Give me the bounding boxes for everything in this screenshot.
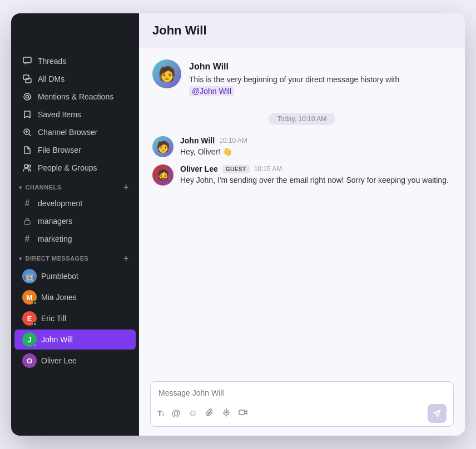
emoji-tool[interactable]: ☺ xyxy=(189,408,197,418)
message-input-box: Tᵢ @ ☺ xyxy=(150,381,454,427)
sidebar-item-saved[interactable]: Saved Items xyxy=(14,106,136,123)
text-format-tool[interactable]: Tᵢ xyxy=(157,409,164,418)
sidebar-item-channel-browser[interactable]: Channel Browser xyxy=(14,124,136,141)
lock-icon xyxy=(22,216,32,226)
message-row: 🧑 John Will 10:10 AM Hey, Oliver! 👋 xyxy=(152,136,452,158)
mentions-icon xyxy=(22,92,32,102)
svg-point-7 xyxy=(28,165,31,167)
chat-body: 🧑 John Will This is the very beginning o… xyxy=(139,48,465,375)
message-row-2: 🧔 Oliver Lee GUEST 10:15 AM Hey John, I'… xyxy=(152,164,452,186)
all-dms-icon xyxy=(22,74,32,84)
input-toolbar: Tᵢ @ ☺ xyxy=(151,401,453,426)
dm-eric-label: Eric Till xyxy=(41,314,66,323)
hash-icon-2: # xyxy=(22,234,32,244)
sidebar-item-file-browser[interactable]: File Browser xyxy=(14,142,136,158)
dm-eric-till[interactable]: E Eric Till xyxy=(14,308,136,328)
sidebar-channel-marketing[interactable]: # marketing xyxy=(14,231,136,247)
mention-tag[interactable]: @John Will xyxy=(189,86,234,96)
guest-badge: GUEST xyxy=(222,165,250,173)
msg-avatar-john: 🧑 xyxy=(152,136,173,157)
chat-header: John Will xyxy=(139,13,465,48)
msg-text-2: Hey John, I'm sending over the email rig… xyxy=(180,174,452,186)
msg-header-2: Oliver Lee GUEST 10:15 AM xyxy=(180,164,452,173)
mention-tool[interactable]: @ xyxy=(172,408,181,418)
svg-rect-9 xyxy=(239,410,245,415)
msg-header-1: John Will 10:10 AM xyxy=(180,136,452,145)
mentions-label: Mentions & Reactions xyxy=(38,92,113,101)
msg-sender-1: John Will xyxy=(180,136,215,145)
channel-browser-icon xyxy=(22,127,32,137)
saved-label: Saved Items xyxy=(38,110,81,119)
date-divider: Today, 10:10 AM xyxy=(152,113,452,125)
intro-text: John Will This is the very beginning of … xyxy=(189,59,399,97)
people-label: People & Groups xyxy=(38,163,97,172)
attachment-tool[interactable] xyxy=(205,408,214,419)
add-dm-button[interactable]: + xyxy=(121,253,131,263)
sidebar: Threads All DMs Mentions & Reactions xyxy=(11,13,139,436)
channel-browser-label: Channel Browser xyxy=(38,128,97,137)
dm-header-label: DIRECT MESSAGES xyxy=(26,255,89,262)
dm-section-header: ▾ DIRECT MESSAGES + xyxy=(11,248,139,266)
sidebar-item-threads[interactable]: Threads xyxy=(14,53,136,69)
svg-rect-8 xyxy=(24,221,30,225)
chat-title: John Will xyxy=(152,23,207,37)
sidebar-item-mentions[interactable]: Mentions & Reactions xyxy=(14,88,136,105)
sidebar-item-all-dms[interactable]: All DMs xyxy=(14,71,136,87)
dm-pumblebot[interactable]: 🤖 Pumblebot xyxy=(14,266,136,286)
msg-content-1: John Will 10:10 AM Hey, Oliver! 👋 xyxy=(180,136,452,158)
message-input[interactable] xyxy=(151,382,453,401)
channel-development-label: development xyxy=(38,199,82,208)
svg-point-4 xyxy=(26,96,29,98)
sidebar-channel-development[interactable]: # development xyxy=(14,195,136,212)
chat-intro: 🧑 John Will This is the very beginning o… xyxy=(152,59,452,97)
avatar-oliver: O xyxy=(22,353,37,368)
msg-time-2: 10:15 AM xyxy=(254,165,282,173)
avatar-large-john: 🧑 xyxy=(152,59,181,88)
send-button[interactable] xyxy=(428,404,447,423)
dm-john-label: John Will xyxy=(41,335,73,344)
video-tool[interactable] xyxy=(239,408,247,419)
intro-description: This is the very beginning of your direc… xyxy=(189,74,399,97)
main-content: John Will 🧑 John Will This is the very b… xyxy=(139,13,465,436)
saved-icon xyxy=(22,109,32,119)
channels-section-header: ▾ CHANNELS + xyxy=(11,177,139,194)
sidebar-item-people[interactable]: People & Groups xyxy=(14,159,136,176)
people-icon xyxy=(22,163,32,173)
add-channel-button[interactable]: + xyxy=(121,182,131,192)
dm-oliver-lee[interactable]: O Oliver Lee xyxy=(14,351,136,371)
intro-name: John Will xyxy=(189,62,399,72)
dm-chevron-icon[interactable]: ▾ xyxy=(19,256,22,262)
channel-managers-label: managers xyxy=(38,217,72,226)
svg-rect-0 xyxy=(23,57,31,63)
msg-avatar-oliver: 🧔 xyxy=(152,164,173,186)
app-container: Threads All DMs Mentions & Reactions xyxy=(11,13,465,436)
file-browser-label: File Browser xyxy=(38,146,81,154)
channel-marketing-label: marketing xyxy=(38,235,72,243)
all-dms-label: All DMs xyxy=(38,74,65,83)
audio-tool[interactable] xyxy=(222,408,231,419)
avatar-pumblebot: 🤖 xyxy=(22,269,37,283)
file-browser-icon xyxy=(22,145,32,155)
dm-pumblebot-label: Pumblebot xyxy=(41,272,78,281)
threads-label: Threads xyxy=(38,57,66,66)
msg-sender-2: Oliver Lee xyxy=(180,164,218,173)
svg-point-6 xyxy=(24,164,28,168)
channels-chevron-icon[interactable]: ▾ xyxy=(19,184,22,191)
hash-icon: # xyxy=(22,198,32,208)
msg-time-1: 10:10 AM xyxy=(219,137,247,144)
dm-mia-jones[interactable]: M Mia Jones xyxy=(14,287,136,307)
dm-oliver-label: Oliver Lee xyxy=(41,356,77,365)
channels-header-label: CHANNELS xyxy=(26,184,62,191)
msg-content-2: Oliver Lee GUEST 10:15 AM Hey John, I'm … xyxy=(180,164,452,186)
message-input-area: Tᵢ @ ☺ xyxy=(139,375,465,436)
dm-john-will[interactable]: J John Will xyxy=(14,330,136,350)
dm-mia-label: Mia Jones xyxy=(41,293,77,302)
sidebar-channel-managers[interactable]: managers xyxy=(14,213,136,230)
threads-icon xyxy=(22,56,32,66)
date-divider-text: Today, 10:10 AM xyxy=(269,113,336,125)
msg-text-1: Hey, Oliver! 👋 xyxy=(180,146,452,158)
